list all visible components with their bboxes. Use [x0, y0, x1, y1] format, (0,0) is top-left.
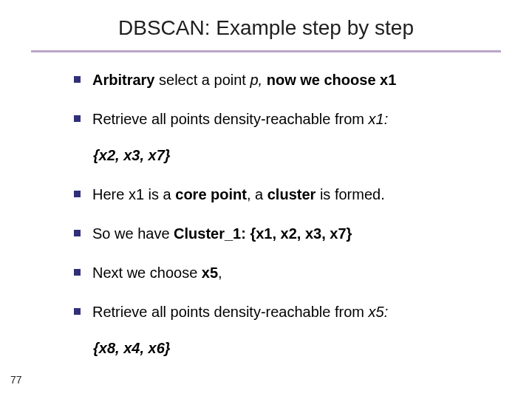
text-span: Retrieve all points density-reachable fr… [92, 111, 369, 127]
bold-word: Arbitrary [92, 72, 159, 88]
text-span: So we have [92, 225, 174, 242]
bullet-text: Retrieve all points density-reachable fr… [92, 109, 488, 129]
bold-cluster: cluster [267, 186, 316, 202]
set-result: {x2, x3, x7} [93, 147, 488, 164]
var-p: p, [250, 72, 262, 88]
slide-title: DBSCAN: Example step by step [0, 0, 532, 50]
text-span: is formed. [316, 186, 384, 202]
bullet-square-icon [74, 269, 81, 276]
bullet-item: Arbitrary select a point p, now we choos… [74, 70, 488, 90]
bold-core: core point [175, 186, 247, 202]
bullet-square-icon [74, 230, 81, 236]
bullet-item: Retrieve all points density-reachable fr… [74, 109, 488, 129]
bold-x5: x5 [202, 265, 218, 281]
bullet-text: Arbitrary select a point p, now we choos… [92, 70, 488, 90]
bold-cluster1: Cluster_1: {x1, x2, x3, x7} [174, 225, 352, 242]
bullet-item: Next we choose x5, [74, 263, 488, 283]
text-span: , [218, 265, 222, 281]
text-span: select a point [159, 72, 250, 88]
bullet-square-icon [74, 115, 81, 122]
bullet-text: Retrieve all points density-reachable fr… [92, 302, 488, 322]
set-result: {x8, x4, x6} [93, 340, 488, 357]
text-span: Next we choose [92, 265, 202, 281]
bold-tail: now we choose x1 [262, 72, 396, 88]
bullet-text: Here x1 is a core point, a cluster is fo… [92, 185, 488, 205]
var-x5: x5: [369, 304, 389, 320]
bullet-text: Next we choose x5, [92, 263, 488, 283]
text-span: Here x1 is a [92, 186, 175, 202]
var-x1: x1: [369, 111, 389, 127]
page-number: 77 [10, 374, 22, 386]
text-span: Retrieve all points density-reachable fr… [92, 304, 369, 320]
bullet-square-icon [74, 76, 81, 83]
bullet-item: So we have Cluster_1: {x1, x2, x3, x7} [74, 224, 488, 244]
slide: DBSCAN: Example step by step Arbitrary s… [0, 0, 532, 399]
bullet-square-icon [74, 308, 81, 315]
bullet-square-icon [74, 191, 81, 197]
bullet-item: Here x1 is a core point, a cluster is fo… [74, 185, 488, 205]
bullet-text: So we have Cluster_1: {x1, x2, x3, x7} [92, 224, 488, 244]
bullet-item: Retrieve all points density-reachable fr… [74, 302, 488, 322]
slide-content: Arbitrary select a point p, now we choos… [0, 52, 532, 357]
text-span: , a [247, 186, 267, 202]
